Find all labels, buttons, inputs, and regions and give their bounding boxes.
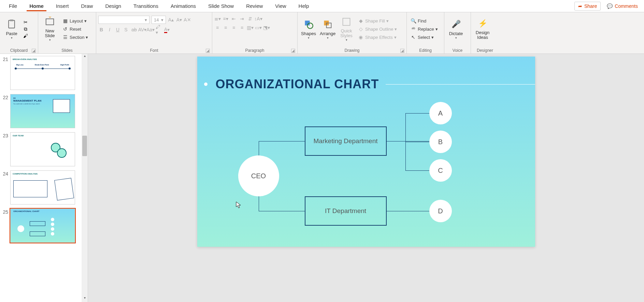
tab-insert[interactable]: Insert (50, 1, 75, 11)
shape-outline-button[interactable]: ◇Shape Outline▾ (356, 25, 398, 33)
design-ideas-button[interactable]: ⚡ Design Ideas (473, 14, 492, 44)
font-family-input[interactable]: ▾ (98, 16, 149, 24)
tab-design[interactable]: Design (99, 1, 127, 11)
org-node-b[interactable]: B (429, 131, 452, 153)
decrease-font-icon[interactable]: A▾ (176, 17, 182, 23)
find-button[interactable]: 🔍Find (409, 17, 442, 25)
org-node-marketing[interactable]: Marketing Department (305, 126, 387, 156)
mic-icon: 🎤 (450, 19, 461, 30)
dialog-launcher-icon[interactable]: ◢ (400, 49, 404, 53)
align-left-icon[interactable]: ≡ (214, 25, 220, 31)
tab-home[interactable]: Home (23, 1, 50, 11)
org-node-d[interactable]: D (429, 200, 452, 222)
highlight-icon[interactable]: 🖍▾ (156, 27, 162, 33)
reset-button[interactable]: ↺Reset (61, 25, 89, 33)
increase-font-icon[interactable]: A▴ (168, 17, 174, 23)
svg-rect-1 (10, 19, 13, 21)
org-node-it[interactable]: IT Department (305, 196, 387, 226)
search-icon: 🔍 (410, 18, 416, 24)
arrange-button[interactable]: Arrange▾ (319, 14, 337, 44)
outline-icon: ◇ (358, 26, 364, 32)
shape-fill-button[interactable]: ◆Shape Fill▾ (356, 17, 398, 25)
decrease-indent-icon[interactable]: ⇤ (231, 16, 237, 22)
layout-button[interactable]: ▦Layout▾ (61, 17, 89, 25)
shape-effects-button[interactable]: ◉Shape Effects▾ (356, 33, 398, 41)
tab-file[interactable]: File (3, 1, 23, 11)
tab-review[interactable]: Review (240, 1, 269, 11)
dictate-button[interactable]: 🎤 Dictate▾ (446, 14, 466, 44)
dialog-launcher-icon[interactable]: ◢ (291, 49, 295, 53)
tab-help[interactable]: Help (292, 1, 315, 11)
tab-draw[interactable]: Draw (75, 1, 99, 11)
paste-button[interactable]: Paste ▾ (2, 14, 21, 44)
thumbnail-22[interactable]: 22 04 MANAGEMENT PLAN You could enter a … (0, 92, 88, 130)
clear-format-icon[interactable]: A✕ (184, 17, 190, 23)
thumbnail-25[interactable]: 25 ORGANIZATIONAL CHART (0, 207, 88, 245)
thumbnail-21[interactable]: 21 BREAK-EVEN ANALYSIS Big LossBreak-Eve… (0, 54, 88, 92)
replace-button[interactable]: ᵃᵇReplace▾ (409, 25, 442, 33)
slide-canvas[interactable]: ORGANIZATIONAL CHART CEO Marketing Depar… (88, 54, 644, 302)
org-node-c[interactable]: C (429, 159, 452, 182)
shapes-button[interactable]: Shapes▾ (300, 14, 317, 44)
group-editing: 🔍Find ᵃᵇReplace▾ ↖Select▾ Editing (407, 12, 444, 54)
slide-number: 24 (1, 170, 8, 177)
char-spacing-icon[interactable]: AV▾ (139, 27, 145, 33)
numbering-icon[interactable]: ≡▾ (223, 16, 229, 22)
layout-icon: ▦ (62, 18, 68, 24)
tab-transitions[interactable]: Transitions (127, 1, 164, 11)
line-spacing-icon[interactable]: ⇵ (247, 16, 253, 22)
select-button[interactable]: ↖Select▾ (409, 33, 442, 41)
org-node-a[interactable]: A (429, 102, 452, 124)
comments-label: Comments (615, 3, 638, 9)
shadow-icon[interactable]: S (123, 27, 129, 33)
tab-animations[interactable]: Animations (164, 1, 202, 11)
thumbnail-panel: 21 BREAK-EVEN ANALYSIS Big LossBreak-Eve… (0, 54, 88, 302)
italic-icon[interactable]: I (106, 27, 113, 33)
columns-icon[interactable]: ▥▾ (247, 25, 253, 31)
change-case-icon[interactable]: Aa▾ (147, 27, 154, 33)
justify-icon[interactable]: ≡ (239, 25, 245, 31)
scroll-up-icon[interactable]: ▴ (82, 54, 88, 60)
tab-slideshow[interactable]: Slide Show (202, 1, 240, 11)
dialog-launcher-icon[interactable]: ◢ (32, 49, 36, 53)
scroll-handle[interactable] (82, 136, 87, 156)
slide[interactable]: ORGANIZATIONAL CHART CEO Marketing Depar… (197, 57, 535, 247)
thumbnail-24[interactable]: 24 COMPETITION ANALYSIS (0, 168, 88, 207)
replace-icon: ᵃᵇ (410, 26, 416, 32)
format-painter-icon[interactable]: 🖌 (23, 33, 29, 39)
underline-icon[interactable]: U (115, 27, 121, 33)
text-direction-icon[interactable]: ↕A▾ (255, 16, 261, 22)
paste-label: Paste (6, 31, 17, 36)
dialog-launcher-icon[interactable]: ◢ (206, 49, 210, 53)
slide-title[interactable]: ORGANIZATIONAL CHART (216, 77, 379, 91)
align-center-icon[interactable]: ≡ (223, 25, 229, 31)
align-right-icon[interactable]: ≡ (231, 25, 237, 31)
section-button[interactable]: ☰Section▾ (61, 33, 89, 41)
mouse-cursor-icon (236, 201, 241, 211)
scroll-down-icon[interactable]: ▾ (82, 296, 88, 302)
quick-styles-icon (341, 16, 352, 27)
smartart-icon[interactable]: ⬔▾ (263, 25, 270, 31)
align-text-icon[interactable]: ▭▾ (255, 25, 261, 31)
share-button[interactable]: ➦ Share (574, 2, 601, 11)
strikethrough-icon[interactable]: ab (131, 27, 137, 33)
font-size-input[interactable]: 14▾ (152, 16, 166, 24)
cut-icon[interactable]: ✂ (23, 19, 29, 25)
comments-button[interactable]: 💬 Comments (603, 2, 641, 10)
new-slide-button[interactable]: ✦ New Slide ▾ (40, 14, 59, 44)
increase-indent-icon[interactable]: ⇥ (239, 16, 245, 22)
chevron-down-icon: ▾ (49, 38, 51, 42)
slide-number: 21 (1, 56, 8, 62)
thumbnail-23[interactable]: 23 OUR TEAM (0, 130, 88, 168)
thumbnail-scrollbar[interactable]: ▴ ▾ (82, 54, 88, 302)
new-slide-label: New Slide (40, 29, 59, 39)
workspace: 21 BREAK-EVEN ANALYSIS Big LossBreak-Eve… (0, 54, 644, 302)
bold-icon[interactable]: B (98, 27, 104, 33)
svg-point-5 (307, 23, 313, 28)
quick-styles-button[interactable]: Quick Styles▾ (338, 14, 355, 44)
org-node-ceo[interactable]: CEO (238, 155, 279, 196)
tab-view[interactable]: View (269, 1, 292, 11)
copy-icon[interactable]: ⧉ (23, 26, 29, 32)
bullets-icon[interactable]: ≣▾ (214, 16, 220, 22)
font-color-icon[interactable]: A▾ (164, 27, 170, 33)
